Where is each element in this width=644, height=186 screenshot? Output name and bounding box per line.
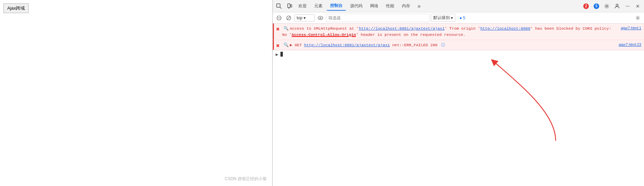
tab-console[interactable]: 控制台 (327, 1, 346, 11)
device-icon (287, 3, 292, 9)
console-toolbar: top ▾ 默认级别 ▾ ● 5 (273, 12, 644, 23)
more-tabs-icon: » (418, 3, 421, 9)
more-tabs-button[interactable]: » (414, 1, 424, 11)
clear-console-button[interactable] (275, 14, 283, 22)
svg-rect-4 (291, 4, 292, 7)
error-source-2[interactable]: ajax7.html:23 (619, 42, 641, 48)
filter-input[interactable] (326, 14, 429, 22)
tab-network[interactable]: 网络 (367, 2, 382, 10)
svg-rect-3 (288, 8, 289, 9)
error-text-2: ▶ GET http://localhost:8081/ajaxtext/aja… (290, 43, 440, 47)
context-arrow-icon: ▾ (304, 16, 306, 20)
close-devtools-button[interactable]: ✕ (633, 1, 643, 11)
svg-rect-2 (288, 4, 290, 8)
error-text-1: Access to XMLHttpRequest at 'http://loca… (282, 26, 611, 37)
svg-point-11 (318, 16, 323, 20)
profile-icon (614, 3, 620, 9)
level-arrow-icon: ▾ (451, 16, 453, 20)
error-count-badge: 2 (583, 3, 589, 9)
inspect-icon (276, 3, 282, 9)
more-options-icon: ··· (625, 2, 630, 10)
level-label: 默认级别 (433, 15, 450, 21)
message-count-badge: 5 (594, 3, 599, 9)
ajax-cross-domain-button[interactable]: Ajax跨域 (3, 3, 29, 13)
settings-button[interactable] (602, 1, 612, 11)
message-count-value: 5 (463, 16, 465, 20)
context-label: top (297, 16, 303, 20)
inspect-element-button[interactable] (274, 1, 284, 11)
tab-welcome[interactable]: 欢迎 (295, 2, 310, 10)
svg-point-12 (320, 17, 321, 19)
settings-icon (604, 3, 610, 9)
console-settings-icon (635, 16, 640, 20)
context-selector[interactable]: top ▾ (294, 14, 315, 21)
device-toggle-button[interactable] (285, 1, 294, 11)
no-circle-icon (286, 16, 291, 20)
error-get-url[interactable]: http://localhost:8081/ajaxtext/ajax1 (304, 43, 390, 47)
close-icon: ✕ (636, 3, 640, 9)
filter-button[interactable] (285, 14, 293, 22)
page-area: Ajax跨域 CSDN @假正经的小柴 (0, 0, 273, 186)
console-input-line: ▶ (273, 50, 644, 58)
expand-triangle[interactable]: ▶ (290, 43, 292, 47)
error-search-1[interactable]: 🔍 (284, 26, 289, 31)
svg-point-13 (637, 17, 638, 19)
error-icon-1: ✖ (276, 26, 280, 33)
more-options-button[interactable]: ··· (623, 1, 632, 11)
clear-icon (277, 16, 281, 20)
eye-button[interactable] (316, 14, 325, 22)
error-icon-2: ✖ (276, 42, 280, 49)
profile-button[interactable] (612, 1, 622, 11)
console-error-2: ✖ ajax7.html:23 🔍 ▶ GET http://localhost… (273, 40, 644, 50)
message-count-display[interactable]: ● 5 (457, 15, 468, 21)
svg-line-1 (280, 7, 281, 9)
error-source-1[interactable]: ajax7.html:1 (621, 25, 641, 31)
tab-performance[interactable]: 性能 (383, 2, 398, 10)
error-info-icon-2[interactable]: ⓘ (441, 43, 445, 47)
error-origin-1[interactable]: http://localhost:8080 (480, 26, 530, 31)
watermark: CSDN @假正经的小柴 (225, 176, 267, 182)
level-selector[interactable]: 默认级别 ▾ (431, 14, 455, 22)
svg-point-6 (616, 4, 618, 6)
error-search-2[interactable]: 🔍 (284, 42, 289, 47)
svg-point-5 (606, 5, 608, 7)
eye-icon (318, 16, 323, 20)
error-badge-button[interactable]: 2 (581, 3, 591, 10)
tab-elements[interactable]: 元素 (311, 2, 326, 10)
cors-header-highlight: Access-Control-Allow-Origin (292, 32, 356, 37)
console-messages: ✖ ajax7.html:1 🔍 Access to XMLHttpReques… (273, 23, 644, 186)
console-cursor (280, 52, 283, 57)
message-count-icon: ● (459, 16, 462, 20)
tab-sources[interactable]: 源代码 (347, 2, 366, 10)
devtools-topbar: 欢迎 元素 控制台 源代码 网络 性能 内存 » 2 5 (273, 0, 644, 12)
console-area: ✖ ajax7.html:1 🔍 Access to XMLHttpReques… (273, 23, 644, 186)
console-settings-button[interactable] (634, 14, 642, 22)
message-badge-button[interactable]: 5 (592, 3, 601, 10)
console-error-1: ✖ ajax7.html:1 🔍 Access to XMLHttpReques… (273, 23, 644, 40)
svg-line-10 (287, 17, 290, 19)
tab-memory[interactable]: 内存 (398, 2, 414, 10)
error-url-1[interactable]: http://localhost:8081/ajaxtext/ajax1 (359, 26, 444, 31)
svg-rect-0 (277, 4, 280, 7)
devtools-panel: 欢迎 元素 控制台 源代码 网络 性能 内存 » 2 5 (273, 0, 644, 186)
prompt-arrow: ▶ (276, 52, 278, 57)
